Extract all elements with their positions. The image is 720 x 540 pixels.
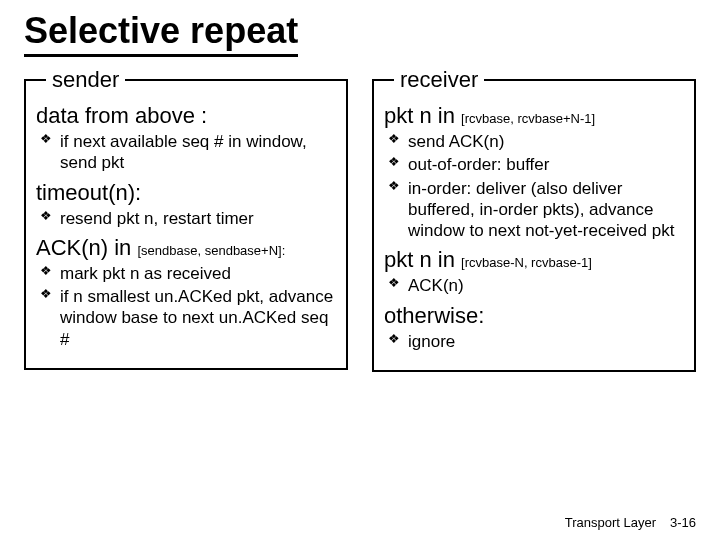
list-item: ignore (388, 331, 684, 352)
sender-heading-1: timeout(n): (36, 180, 336, 206)
sender-panel: sender data from above : if next availab… (24, 67, 348, 370)
list-item: if n smallest un.ACKed pkt, advance wind… (40, 286, 336, 350)
receiver-bullets-1: ACK(n) (384, 275, 684, 296)
slide: Selective repeat sender data from above … (0, 0, 720, 540)
sender-heading-0: data from above : (36, 103, 336, 129)
list-item: send ACK(n) (388, 131, 684, 152)
slide-title: Selective repeat (24, 10, 298, 57)
list-item: ACK(n) (388, 275, 684, 296)
sender-bullets-2: mark pkt n as received if n smallest un.… (36, 263, 336, 350)
sender-heading-1-text: timeout(n): (36, 180, 141, 205)
receiver-panel: receiver pkt n in [rcvbase, rcvbase+N-1]… (372, 67, 696, 372)
sender-legend: sender (46, 67, 125, 93)
columns: sender data from above : if next availab… (24, 67, 696, 372)
list-item: if next available seq # in window, send … (40, 131, 336, 174)
receiver-heading-0-sub: [rcvbase, rcvbase+N-1] (461, 111, 595, 126)
footer: Transport Layer 3-16 (565, 515, 696, 530)
sender-heading-2-sub: [sendbase, sendbase+N]: (137, 243, 285, 258)
receiver-bullets-0: send ACK(n) out-of-order: buffer in-orde… (384, 131, 684, 241)
receiver-heading-1: pkt n in [rcvbase-N, rcvbase-1] (384, 247, 684, 273)
page-number: 3-16 (670, 515, 696, 530)
list-item: in-order: deliver (also deliver buffered… (388, 178, 684, 242)
receiver-heading-1-text: pkt n in (384, 247, 461, 272)
sender-bullets-1: resend pkt n, restart timer (36, 208, 336, 229)
receiver-heading-1-sub: [rcvbase-N, rcvbase-1] (461, 255, 592, 270)
receiver-bullets-2: ignore (384, 331, 684, 352)
sender-column: sender data from above : if next availab… (24, 67, 348, 372)
receiver-heading-0: pkt n in [rcvbase, rcvbase+N-1] (384, 103, 684, 129)
list-item: mark pkt n as received (40, 263, 336, 284)
sender-bullets-0: if next available seq # in window, send … (36, 131, 336, 174)
sender-heading-2-text: ACK(n) in (36, 235, 137, 260)
receiver-heading-0-text: pkt n in (384, 103, 461, 128)
footer-label: Transport Layer (565, 515, 656, 530)
sender-heading-2: ACK(n) in [sendbase, sendbase+N]: (36, 235, 336, 261)
receiver-column: receiver pkt n in [rcvbase, rcvbase+N-1]… (372, 67, 696, 372)
receiver-heading-2-text: otherwise: (384, 303, 484, 328)
list-item: out-of-order: buffer (388, 154, 684, 175)
receiver-legend: receiver (394, 67, 484, 93)
receiver-heading-2: otherwise: (384, 303, 684, 329)
list-item: resend pkt n, restart timer (40, 208, 336, 229)
sender-heading-0-text: data from above : (36, 103, 207, 128)
